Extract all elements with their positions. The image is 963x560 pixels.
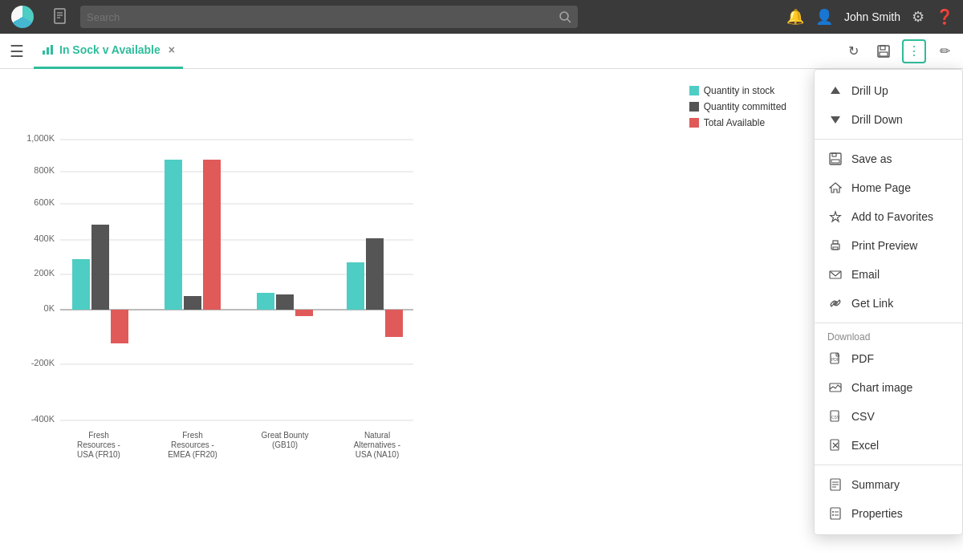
search-bar[interactable] (80, 6, 578, 28)
svg-text:0K: 0K (44, 303, 55, 313)
svg-text:EMEA (FR20): EMEA (FR20) (168, 450, 217, 459)
chart-image-icon (827, 379, 843, 396)
bar-fr10-committed (91, 225, 109, 310)
svg-text:400K: 400K (34, 233, 55, 243)
svg-rect-48 (833, 241, 838, 244)
svg-rect-8 (51, 45, 53, 55)
menu-item-summary[interactable]: Summary (815, 470, 962, 499)
svg-marker-41 (831, 116, 840, 124)
menu-item-drill-up[interactable]: Drill Up (815, 76, 962, 105)
menu-label-csv: CSV (851, 410, 875, 423)
menu-item-properties[interactable]: Properties (815, 499, 962, 528)
divider-1 (815, 139, 962, 140)
svg-text:Fresh: Fresh (88, 431, 109, 440)
svg-marker-46 (831, 212, 841, 221)
hamburger-menu[interactable]: ☰ (6, 39, 27, 64)
svg-line-5 (567, 19, 571, 22)
legend-color-available (689, 118, 699, 128)
bar-na10-committed (366, 238, 384, 310)
bar-chart: 1,000K 800K 600K 400K 200K 0K -200K -400… (24, 93, 417, 510)
legend-label-available: Total Available (704, 117, 766, 128)
pdf-icon: PDF (827, 351, 843, 367)
menu-item-chart-image[interactable]: Chart image (815, 373, 962, 402)
document-icon[interactable] (50, 6, 72, 28)
excel-icon (827, 437, 843, 453)
svg-text:USA (FR10): USA (FR10) (77, 450, 120, 459)
help-icon[interactable]: ❓ (936, 8, 953, 26)
download-section-label: Download (815, 328, 962, 344)
star-icon (827, 209, 843, 225)
more-options-button[interactable]: ⋮ (902, 39, 926, 63)
menu-label-home-page: Home Page (851, 181, 911, 194)
menu-item-add-favorites[interactable]: Add to Favorites (815, 202, 962, 231)
menu-item-save-as[interactable]: Save as (815, 144, 962, 173)
tab-close-button[interactable]: × (169, 43, 175, 56)
settings-icon[interactable]: ⚙ (912, 8, 924, 26)
bar-fr10-available (111, 310, 128, 343)
menu-item-excel[interactable]: Excel (815, 431, 962, 460)
bell-icon[interactable]: 🔔 (786, 8, 804, 26)
svg-point-4 (560, 12, 568, 20)
bar-gb10-committed (276, 294, 294, 310)
bar-gb10-stock (257, 293, 274, 310)
svg-text:Natural: Natural (364, 431, 390, 440)
menu-label-save-as: Save as (851, 152, 892, 165)
legend-label-stock: Quantity in stock (704, 85, 775, 96)
legend-color-stock (689, 86, 699, 95)
toolbar-right: ↻ ⋮ ✏ (841, 39, 957, 63)
tab-label: In Sock v Available (59, 43, 160, 56)
topbar-right: 🔔 👤 John Smith ⚙ ❓ (786, 8, 953, 26)
email-icon (827, 266, 843, 282)
svg-rect-11 (880, 52, 888, 56)
svg-marker-40 (831, 87, 840, 94)
svg-point-65 (832, 511, 834, 513)
svg-marker-45 (830, 183, 841, 193)
bar-fr20-committed (184, 296, 201, 310)
svg-rect-6 (43, 51, 45, 55)
menu-label-pdf: PDF (851, 352, 874, 365)
user-icon[interactable]: 👤 (815, 8, 833, 26)
active-tab[interactable]: In Sock v Available × (34, 34, 183, 69)
bar-gb10-available (295, 310, 313, 316)
menu-label-add-favorites: Add to Favorites (851, 210, 933, 223)
search-icon (559, 10, 571, 23)
chart-icon (42, 43, 55, 56)
svg-text:Resources -: Resources - (171, 440, 214, 449)
svg-text:-400K: -400K (31, 414, 55, 424)
topbar: 🔔 👤 John Smith ⚙ ❓ (0, 0, 963, 34)
refresh-button[interactable]: ↻ (841, 39, 865, 63)
menu-item-get-link[interactable]: Get Link (815, 289, 962, 318)
edit-button[interactable]: ✏ (933, 39, 957, 63)
chart-legend: Quantity in stock Quantity committed Tot… (689, 85, 786, 128)
summary-icon (827, 477, 843, 493)
svg-rect-7 (47, 47, 49, 55)
menu-label-email: Email (851, 268, 880, 281)
link-icon (827, 295, 843, 311)
legend-item-committed: Quantity committed (689, 101, 786, 112)
svg-text:-200K: -200K (31, 358, 55, 367)
bar-fr10-stock (72, 259, 90, 310)
save-as-icon (827, 151, 843, 167)
menu-item-pdf[interactable]: PDF PDF (815, 344, 962, 373)
menu-item-drill-down[interactable]: Drill Down (815, 105, 962, 134)
bar-fr20-stock (165, 160, 182, 310)
secondary-bar: ☰ In Sock v Available × ↻ ⋮ ✏ (0, 34, 963, 69)
svg-text:CSV: CSV (831, 415, 840, 420)
context-menu: Drill Up Drill Down Save as (814, 69, 963, 535)
svg-text:Great Bounty: Great Bounty (262, 431, 309, 440)
menu-item-print-preview[interactable]: Print Preview (815, 231, 962, 260)
save-button[interactable] (872, 39, 896, 63)
menu-label-summary: Summary (851, 478, 900, 491)
user-name[interactable]: John Smith (844, 10, 900, 23)
app-logo[interactable] (10, 4, 35, 30)
svg-text:200K: 200K (34, 268, 55, 278)
menu-item-csv[interactable]: CSV CSV (815, 402, 962, 431)
menu-item-home-page[interactable]: Home Page (815, 173, 962, 202)
divider-3 (815, 465, 962, 465)
svg-rect-49 (833, 247, 838, 250)
svg-text:1,000K: 1,000K (26, 133, 55, 143)
menu-label-drill-down: Drill Down (851, 113, 903, 126)
main-content: Quantity in stock Quantity committed Tot… (0, 69, 963, 560)
search-input[interactable] (87, 11, 554, 23)
menu-item-email[interactable]: Email (815, 260, 962, 289)
